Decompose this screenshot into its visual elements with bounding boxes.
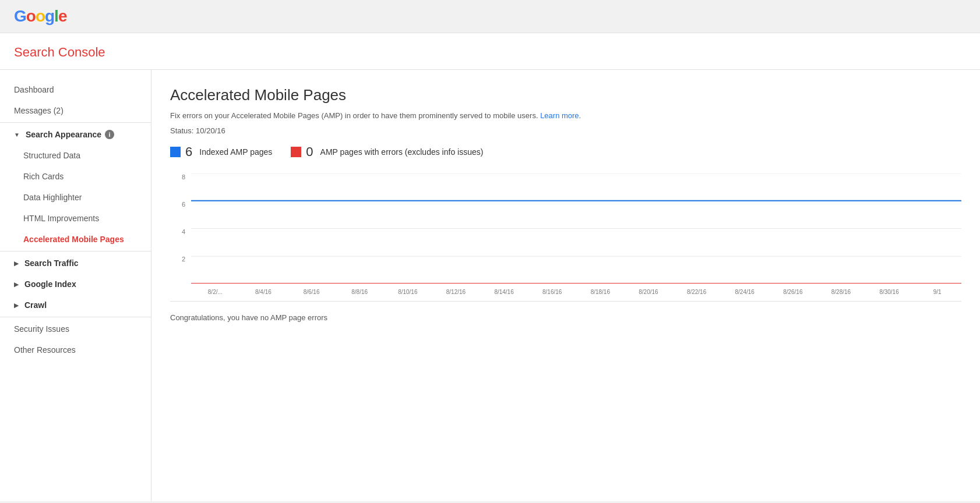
x-label-9: 8/20/16 [625, 289, 673, 295]
x-label-2: 8/6/16 [287, 289, 336, 295]
x-label-4: 8/10/16 [384, 289, 432, 295]
legend-box-indexed [170, 147, 181, 157]
sidebar-item-html-improvements[interactable]: HTML Improvements [0, 208, 151, 229]
page-description: Fix errors on your Accelerated Mobile Pa… [170, 110, 961, 122]
legend-errors: 0 AMP pages with errors (excludes info i… [291, 144, 483, 160]
x-label-12: 8/26/16 [769, 289, 817, 295]
sidebar-item-google-index[interactable]: Google Index [0, 274, 151, 295]
x-label-3: 8/8/16 [336, 289, 384, 295]
chart-y-labels: 8 6 4 2 [170, 173, 188, 284]
legend: 6 Indexed AMP pages 0 AMP pages with err… [170, 144, 961, 160]
x-label-14: 8/30/16 [865, 289, 914, 295]
x-label-13: 8/28/16 [817, 289, 865, 295]
expand-arrow-google-index [14, 281, 19, 288]
status-line: Status: 10/20/16 [170, 126, 961, 135]
app-title-section: Search Console [0, 33, 980, 70]
sidebar-item-other-resources[interactable]: Other Resources [0, 339, 151, 360]
header: Google [0, 0, 980, 33]
x-label-8: 8/18/16 [576, 289, 625, 295]
sidebar-item-search-appearance[interactable]: Search Appearance i [0, 124, 151, 145]
chart-container: 8 6 4 2 [170, 173, 961, 302]
info-icon-search-appearance[interactable]: i [105, 130, 114, 139]
x-label-0: 8/2/... [191, 289, 239, 295]
x-label-7: 8/16/16 [528, 289, 576, 295]
expand-arrow-crawl [14, 302, 19, 309]
x-label-15: 9/1 [913, 289, 961, 295]
sidebar-item-dashboard[interactable]: Dashboard [0, 79, 151, 100]
expand-arrow-search-traffic [14, 260, 19, 267]
google-logo: Google [14, 7, 66, 26]
description-text: Fix errors on your Accelerated Mobile Pa… [170, 111, 538, 120]
divider-2 [0, 251, 151, 252]
indexed-label: Indexed AMP pages [199, 147, 272, 157]
main-content: Accelerated Mobile Pages Fix errors on y… [151, 70, 980, 501]
sidebar-item-messages[interactable]: Messages (2) [0, 100, 151, 121]
learn-more-link[interactable]: Learn more. [540, 111, 581, 120]
sidebar-item-security-issues[interactable]: Security Issues [0, 318, 151, 339]
page-title: Accelerated Mobile Pages [170, 86, 961, 104]
expand-arrow-search-appearance [14, 132, 20, 138]
legend-box-errors [291, 147, 301, 157]
sidebar: Dashboard Messages (2) Search Appearance… [0, 70, 151, 501]
sidebar-item-accelerated-mobile-pages[interactable]: Accelerated Mobile Pages [0, 229, 151, 250]
x-label-11: 8/24/16 [721, 289, 769, 295]
sidebar-item-data-highlighter[interactable]: Data Highlighter [0, 187, 151, 208]
x-label-10: 8/22/16 [672, 289, 721, 295]
legend-indexed: 6 Indexed AMP pages [170, 144, 272, 160]
x-label-1: 8/4/16 [239, 289, 288, 295]
app-title: Search Console [14, 45, 966, 60]
chart-svg [191, 173, 961, 284]
sidebar-item-crawl[interactable]: Crawl [0, 295, 151, 316]
errors-label: AMP pages with errors (excludes info iss… [320, 147, 484, 157]
chart-area [191, 173, 961, 284]
x-label-5: 8/12/16 [432, 289, 480, 295]
congratulations-text: Congratulations, you have no AMP page er… [170, 313, 961, 322]
y-label-8: 8 [182, 173, 185, 180]
y-label-4: 4 [182, 228, 185, 235]
indexed-count: 6 [185, 144, 192, 160]
sidebar-item-structured-data[interactable]: Structured Data [0, 145, 151, 166]
sidebar-item-search-traffic[interactable]: Search Traffic [0, 253, 151, 274]
y-label-2: 2 [182, 256, 185, 263]
divider-3 [0, 317, 151, 317]
divider-1 [0, 122, 151, 123]
y-label-6: 6 [182, 201, 185, 208]
sidebar-item-rich-cards[interactable]: Rich Cards [0, 166, 151, 187]
main-layout: Dashboard Messages (2) Search Appearance… [0, 70, 980, 501]
x-label-6: 8/14/16 [480, 289, 528, 295]
chart-x-labels: 8/2/... 8/4/16 8/6/16 8/8/16 8/10/16 8/1… [191, 284, 961, 301]
errors-count: 0 [306, 144, 313, 160]
app-container: Search Console Dashboard Messages (2) Se… [0, 33, 980, 501]
